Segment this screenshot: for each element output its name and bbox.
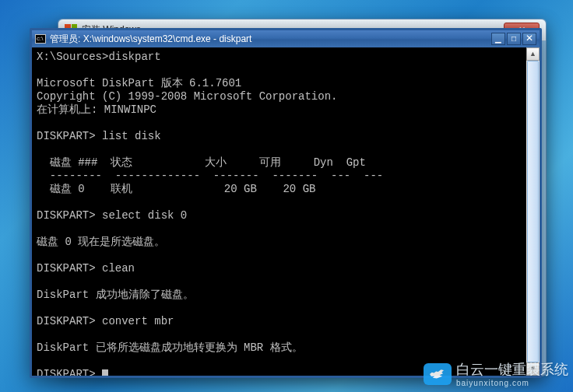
terminal-output[interactable]: X:\Sources>diskpart Microsoft DiskPart 版… [32,47,540,376]
vertical-scrollbar[interactable]: ▲ ▼ [526,47,540,376]
term-line: Microsoft DiskPart 版本 6.1.7601 [37,77,241,89]
term-line: DISKPART> select disk 0 [37,209,187,222]
term-line: 磁盘 0 联机 20 GB 20 GB [37,183,315,195]
term-line: DISKPART> list disk [37,130,161,142]
term-line: -------- ------------- ------- ------- -… [37,170,383,182]
term-line: 磁盘 0 现在是所选磁盘。 [37,236,165,248]
term-line: DiskPart 成功地清除了磁盘。 [37,289,194,301]
watermark: 白云一键重装系统 baiyunxitong.com [424,360,568,387]
term-line: DISKPART> clean [37,262,135,275]
cmd-window: c:\ 管理员: X:\windows\system32\cmd.exe - d… [30,28,542,378]
term-line: DiskPart 已将所选磁盘成功地转更换为 MBR 格式。 [37,341,303,354]
cmd-body: X:\Sources>diskpart Microsoft DiskPart 版… [32,47,540,376]
cmd-titlebar[interactable]: c:\ 管理员: X:\windows\system32\cmd.exe - d… [32,30,540,47]
scroll-thumb[interactable] [527,61,539,362]
minimize-button[interactable]: ▁ [491,33,505,45]
cursor-icon [102,369,108,376]
watermark-subtext: baiyunxitong.com [456,379,568,387]
close-button[interactable]: ✕ [522,33,536,45]
watermark-text: 白云一键重装系统 [456,360,568,379]
term-line: 在计算机上: MINWINPC [37,103,156,116]
cmd-icon: c:\ [35,34,46,44]
bird-icon [430,368,444,379]
scroll-up-button[interactable]: ▲ [526,47,540,61]
cmd-window-title: 管理员: X:\windows\system32\cmd.exe - diskp… [50,33,491,46]
term-line: 磁盘 ### 状态 大小 可用 Dyn Gpt [37,156,366,169]
term-prompt: DISKPART> [37,368,102,376]
cmd-window-controls: ▁ □ ✕ [491,33,536,45]
scroll-track[interactable] [526,61,540,362]
watermark-badge-icon [424,363,452,385]
term-line: Copyright (C) 1999-2008 Microsoft Corpor… [37,90,337,103]
term-line: DISKPART> convert mbr [37,315,174,327]
watermark-text-block: 白云一键重装系统 baiyunxitong.com [456,360,568,387]
term-line: X:\Sources>diskpart [37,51,161,63]
maximize-button[interactable]: □ [507,33,521,45]
